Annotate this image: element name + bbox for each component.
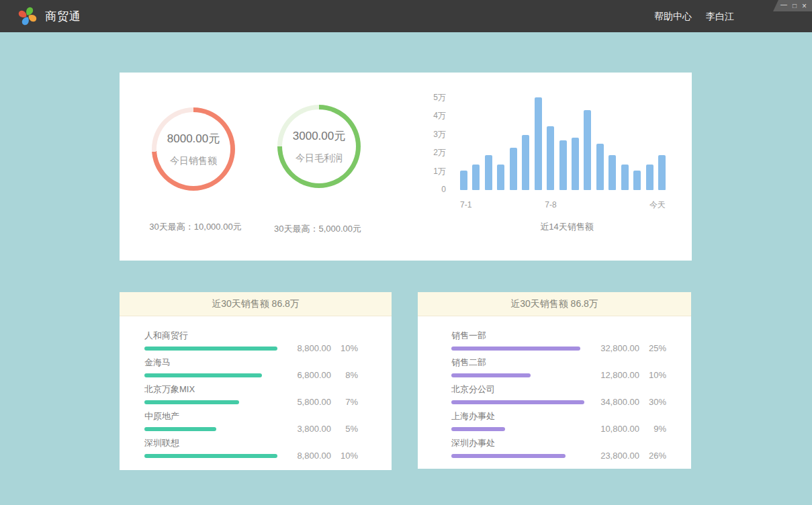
today-profit-value: 3000.00元 xyxy=(293,128,345,144)
ranking-name: 深圳联想 xyxy=(144,438,297,448)
ranking-percent: 9% xyxy=(639,424,666,434)
ranking-percent: 26% xyxy=(639,451,666,461)
ranking-amount: 6,800.00 xyxy=(297,370,331,380)
ranking-info: 金海马 xyxy=(144,357,297,377)
ranking-bar xyxy=(144,427,216,431)
minimize-button[interactable]: — xyxy=(780,1,787,8)
overview-card: 8000.00元 今日销售额 3000.00元 今日毛利润 30天最高：10,0… xyxy=(120,73,692,261)
customer-ranking-list: 人和商贸行8,800.0010%金海马6,800.008%北京万象MIX5,80… xyxy=(120,316,392,458)
department-ranking-card: 近30天销售额 86.8万 销售一部32,800.0025%销售二部12,800… xyxy=(418,292,691,469)
bar-chart-caption: 近14天销售额 xyxy=(496,221,638,233)
app-window: { "titlebar": { "app_title": "商贸通", "nav… xyxy=(0,0,812,505)
ranking-name: 人和商贸行 xyxy=(144,330,297,340)
ranking-info: 人和商贸行 xyxy=(144,330,297,351)
ranking-values: 23,800.0026% xyxy=(600,441,666,461)
ranking-info: 深圳联想 xyxy=(144,438,297,458)
y-tick-label: 0 xyxy=(441,185,446,194)
y-tick-label: 1万 xyxy=(433,167,446,176)
ranking-bar xyxy=(451,427,505,431)
bar xyxy=(559,140,567,190)
x-tick-label: 7-1 xyxy=(460,200,471,210)
ranking-name: 北京万象MIX xyxy=(144,384,297,394)
ranking-amount: 12,800.00 xyxy=(600,370,639,380)
app-title: 商贸通 xyxy=(45,9,81,24)
bar xyxy=(572,138,579,190)
bar xyxy=(460,171,467,190)
ranking-row: 销售一部32,800.0025% xyxy=(418,330,691,351)
bar xyxy=(608,155,616,190)
ranking-info: 销售一部 xyxy=(451,330,600,351)
ranking-amount: 5,800.00 xyxy=(297,397,331,407)
minimize-icon: — xyxy=(780,1,787,8)
ranking-values: 12,800.0010% xyxy=(600,360,666,380)
bar xyxy=(658,155,666,190)
ranking-percent: 30% xyxy=(639,397,666,407)
maximize-icon: □ xyxy=(793,2,797,9)
department-ranking-list: 销售一部32,800.0025%销售二部12,800.0010%北京分公司34,… xyxy=(418,316,691,458)
ranking-percent: 10% xyxy=(331,451,358,461)
bar xyxy=(497,165,504,190)
ranking-bar xyxy=(144,400,239,404)
ranking-bar xyxy=(451,373,531,377)
daily-sales-bars xyxy=(460,97,666,190)
x-tick-label: 7-8 xyxy=(545,200,556,210)
x-axis: 7-17-8今天 xyxy=(460,200,666,210)
ranking-percent: 10% xyxy=(331,343,358,353)
x-tick-label: 今天 xyxy=(649,200,666,210)
bar xyxy=(584,110,591,190)
ranking-amount: 8,800.00 xyxy=(297,343,331,353)
customer-ranking-title: 近30天销售额 86.8万 xyxy=(120,292,392,316)
ranking-bar xyxy=(144,373,262,377)
ranking-bar xyxy=(144,454,277,458)
ranking-info: 深圳办事处 xyxy=(451,438,600,458)
ranking-name: 销售二部 xyxy=(451,357,600,367)
ranking-row: 深圳联想8,800.0010% xyxy=(120,438,392,458)
ranking-info: 北京万象MIX xyxy=(144,384,297,404)
ranking-row: 金海马6,800.008% xyxy=(120,357,392,377)
ranking-values: 34,800.0030% xyxy=(600,387,666,407)
bar xyxy=(485,155,492,190)
profit-30d-max-footnote: 30天最高：5,000.00元 xyxy=(242,223,394,235)
ranking-values: 5,800.007% xyxy=(297,387,358,407)
ranking-row: 深圳办事处23,800.0026% xyxy=(418,438,691,458)
bar xyxy=(547,126,554,190)
ranking-row: 北京分公司34,800.0030% xyxy=(418,384,691,404)
ranking-name: 深圳办事处 xyxy=(451,438,600,448)
bar xyxy=(646,165,653,190)
bar xyxy=(621,165,629,190)
ranking-values: 32,800.0025% xyxy=(600,333,666,353)
ranking-row: 北京万象MIX5,800.007% xyxy=(120,384,392,404)
donut-hole: 3000.00元 今日毛利润 xyxy=(282,109,356,183)
y-tick-label: 4万 xyxy=(433,111,446,120)
customer-ranking-card: 近30天销售额 86.8万 人和商贸行8,800.0010%金海马6,800.0… xyxy=(120,292,392,470)
ranking-row: 销售二部12,800.0010% xyxy=(418,357,691,377)
bar xyxy=(522,135,529,190)
ranking-percent: 7% xyxy=(331,397,358,407)
titlebar: 商贸通 帮助中心 李白江 — □ × xyxy=(0,0,812,32)
bar xyxy=(633,171,641,190)
ranking-row: 中原地产3,800.005% xyxy=(120,411,392,431)
ranking-name: 中原地产 xyxy=(144,411,297,421)
ranking-amount: 34,800.00 xyxy=(600,397,639,407)
bar xyxy=(510,148,517,190)
ranking-row: 人和商贸行8,800.0010% xyxy=(120,330,392,351)
y-axis: 5万4万3万2万1万0 xyxy=(410,97,446,189)
ranking-values: 8,800.0010% xyxy=(297,441,358,461)
y-tick-label: 3万 xyxy=(433,130,446,139)
today-sales-donut: 8000.00元 今日销售额 xyxy=(152,107,235,191)
ranking-info: 中原地产 xyxy=(144,411,297,431)
ranking-name: 上海办事处 xyxy=(451,411,600,421)
maximize-button[interactable]: □ xyxy=(793,3,797,9)
user-name-link[interactable]: 李白江 xyxy=(706,11,734,23)
ranking-percent: 10% xyxy=(639,370,666,380)
ranking-values: 6,800.008% xyxy=(297,360,358,380)
ranking-name: 金海马 xyxy=(144,357,297,367)
ranking-values: 10,800.009% xyxy=(600,414,666,434)
ranking-bar xyxy=(451,400,584,404)
bar xyxy=(596,144,604,190)
ranking-info: 北京分公司 xyxy=(451,384,600,404)
bar xyxy=(535,97,542,190)
ranking-name: 销售一部 xyxy=(451,330,600,340)
help-center-link[interactable]: 帮助中心 xyxy=(654,11,692,23)
close-button[interactable]: × xyxy=(802,2,807,10)
